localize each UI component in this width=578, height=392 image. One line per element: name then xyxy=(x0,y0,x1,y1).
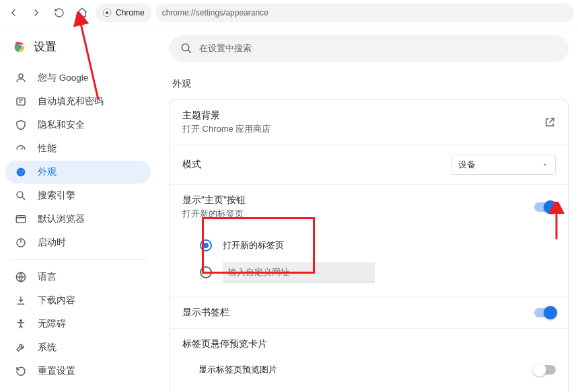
theme-title: 主题背景 xyxy=(182,110,270,122)
appearance-icon xyxy=(15,166,27,178)
bookmarks-title: 显示书签栏 xyxy=(182,307,229,319)
mode-value: 设备 xyxy=(458,159,476,171)
user-icon xyxy=(15,72,27,84)
home-button[interactable] xyxy=(73,3,92,22)
sidebar-item-label: 外观 xyxy=(38,166,57,178)
home-radio-custom[interactable] xyxy=(200,259,568,286)
section-title: 外观 xyxy=(172,78,569,90)
chevron-down-icon xyxy=(542,161,548,168)
row-mode: 模式 设备 xyxy=(170,145,568,184)
svg-point-16 xyxy=(182,44,189,51)
row-hover-a: 显示标签页预览图片 xyxy=(170,354,568,385)
sidebar-item-shield[interactable]: 隐私和安全 xyxy=(5,114,151,136)
sidebar-item-label: 您与 Google xyxy=(38,72,88,84)
mode-select[interactable]: 设备 xyxy=(451,155,556,175)
forward-button[interactable] xyxy=(27,3,46,22)
site-chip-label: Chrome xyxy=(116,8,145,17)
svg-point-7 xyxy=(17,168,25,176)
sidebar-item-label: 搜索引擎 xyxy=(38,190,75,202)
sidebar-item-browser[interactable]: 默认浏览器 xyxy=(5,208,151,231)
sidebar-item-reset[interactable]: 重置设置 xyxy=(5,360,151,383)
row-hover-b: 显示标签页内存用量 xyxy=(170,385,568,392)
svg-point-5 xyxy=(18,45,22,48)
hover-a-title: 显示标签页预览图片 xyxy=(198,364,277,376)
reload-button[interactable] xyxy=(50,3,69,22)
svg-point-15 xyxy=(20,319,22,321)
sidebar-item-power[interactable]: 启动时 xyxy=(5,231,151,254)
sidebar-item-appearance[interactable]: 外观 xyxy=(5,161,151,184)
sidebar: 设置 您与 Google自动填充和密码隐私和安全性能外观搜索引擎默认浏览器启动时… xyxy=(0,26,156,392)
globe-icon xyxy=(15,271,27,283)
access-icon xyxy=(15,318,27,330)
sidebar-divider xyxy=(9,260,147,260)
hover-a-toggle[interactable] xyxy=(534,365,556,375)
sidebar-item-wrench[interactable]: 系统 xyxy=(5,336,151,359)
svg-point-1 xyxy=(106,11,109,14)
chrome-logo-icon xyxy=(12,40,27,54)
home-radio-group: 打开新的标签页 xyxy=(170,229,568,297)
sidebar-item-label: 默认浏览器 xyxy=(38,213,85,225)
wrench-icon xyxy=(15,342,27,354)
custom-url-input[interactable] xyxy=(223,262,375,282)
sidebar-item-label: 重置设置 xyxy=(38,365,75,377)
search-icon xyxy=(180,42,192,54)
radio-newtab-label: 打开新的标签页 xyxy=(223,239,284,251)
main-panel: 在设置中搜索 外观 主题背景 打开 Chrome 应用商店 模式 设备 xyxy=(156,26,578,392)
url-text: chrome://settings/appearance xyxy=(162,8,268,17)
sidebar-item-label: 系统 xyxy=(38,342,57,354)
home-sub: 打开新的标签页 xyxy=(182,208,246,220)
sidebar-item-label: 隐私和安全 xyxy=(38,119,85,131)
search-icon xyxy=(15,190,27,202)
sidebar-item-label: 语言 xyxy=(38,271,57,283)
sidebar-item-access[interactable]: 无障碍 xyxy=(5,313,151,336)
sidebar-title: 设置 xyxy=(34,39,57,54)
address-bar[interactable]: chrome://settings/appearance xyxy=(155,3,574,22)
browser-icon xyxy=(15,213,27,225)
svg-rect-12 xyxy=(16,216,26,223)
svg-point-11 xyxy=(17,192,23,198)
sidebar-item-download[interactable]: 下载内容 xyxy=(5,289,151,312)
theme-sub: 打开 Chrome 应用商店 xyxy=(182,123,270,135)
bookmarks-toggle[interactable] xyxy=(534,308,556,317)
appearance-card: 主题背景 打开 Chrome 应用商店 模式 设备 显示"主页"按钮 打开新的标… xyxy=(170,100,569,392)
sidebar-item-search[interactable]: 搜索引擎 xyxy=(5,184,151,207)
home-toggle[interactable] xyxy=(534,202,556,212)
chrome-icon xyxy=(102,8,112,17)
sidebar-item-label: 无障碍 xyxy=(38,318,66,330)
shield-icon xyxy=(15,119,27,131)
sidebar-item-user[interactable]: 您与 Google xyxy=(5,67,151,89)
mode-title: 模式 xyxy=(182,159,201,171)
svg-point-8 xyxy=(19,170,20,171)
radio-off-icon xyxy=(200,266,212,278)
sidebar-item-label: 性能 xyxy=(38,143,57,155)
sidebar-item-autofill[interactable]: 自动填充和密码 xyxy=(5,90,151,113)
sidebar-item-speed[interactable]: 性能 xyxy=(5,137,151,160)
open-external-icon xyxy=(544,116,556,128)
row-hover-cards: 标签页悬停预览卡片 xyxy=(170,328,568,354)
sidebar-item-globe[interactable]: 语言 xyxy=(5,266,151,288)
row-bookmarks-bar: 显示书签栏 xyxy=(170,297,568,328)
hover-title: 标签页悬停预览卡片 xyxy=(182,338,267,350)
sidebar-item-label: 自动填充和密码 xyxy=(38,95,104,108)
site-chip[interactable]: Chrome xyxy=(96,3,151,22)
svg-point-9 xyxy=(22,170,23,171)
settings-search[interactable]: 在设置中搜索 xyxy=(170,35,569,62)
reset-icon xyxy=(15,365,27,377)
back-button[interactable] xyxy=(4,3,23,22)
power-icon xyxy=(15,237,27,249)
home-title: 显示"主页"按钮 xyxy=(182,194,246,206)
download-icon xyxy=(15,295,27,307)
row-theme[interactable]: 主题背景 打开 Chrome 应用商店 xyxy=(170,100,568,145)
speed-icon xyxy=(15,143,27,155)
radio-on-icon xyxy=(200,239,212,251)
sidebar-item-label: 下载内容 xyxy=(38,295,75,307)
svg-point-10 xyxy=(20,173,22,174)
autofill-icon xyxy=(15,95,27,108)
row-home-button: 显示"主页"按钮 打开新的标签页 xyxy=(170,184,568,229)
sidebar-item-label: 启动时 xyxy=(38,237,66,249)
home-radio-newtab[interactable]: 打开新的标签页 xyxy=(200,232,568,259)
search-placeholder: 在设置中搜索 xyxy=(199,42,252,54)
